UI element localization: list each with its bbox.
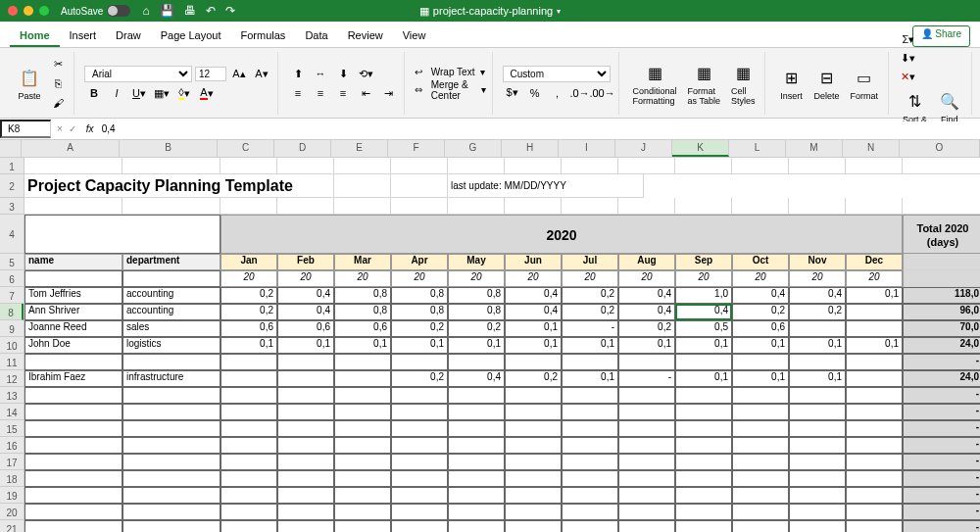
month-header-Jun[interactable]: Jun bbox=[505, 254, 562, 270]
data-11-2[interactable] bbox=[334, 354, 391, 370]
data-11-5[interactable] bbox=[505, 354, 562, 370]
cell-G3[interactable] bbox=[448, 198, 505, 215]
data-11-11[interactable] bbox=[846, 354, 903, 370]
delete-cells-button[interactable]: ⊟Delete bbox=[809, 64, 843, 103]
cell-styles-button[interactable]: ▦Cell Styles bbox=[727, 59, 760, 108]
month-header-Sep[interactable]: Sep bbox=[675, 254, 732, 270]
dept-15[interactable] bbox=[122, 420, 220, 437]
row-total-12[interactable]: 24,0 bbox=[903, 370, 980, 387]
data-21-10[interactable] bbox=[789, 520, 846, 532]
format-cells-button[interactable]: ▭Format bbox=[846, 64, 882, 103]
zoom-icon[interactable] bbox=[39, 6, 49, 16]
data-7-3[interactable]: 0,8 bbox=[391, 287, 448, 304]
data-14-4[interactable] bbox=[448, 404, 505, 420]
data-15-7[interactable] bbox=[618, 420, 675, 437]
month-header-May[interactable]: May bbox=[448, 254, 505, 270]
cell-N1[interactable] bbox=[846, 158, 903, 174]
tab-data[interactable]: Data bbox=[295, 25, 337, 47]
data-18-9[interactable] bbox=[732, 470, 789, 487]
data-16-6[interactable] bbox=[562, 437, 618, 454]
row-header-10[interactable]: 10 bbox=[0, 337, 24, 354]
data-7-2[interactable]: 0,8 bbox=[334, 287, 391, 304]
row-header-3[interactable]: 3 bbox=[0, 198, 24, 215]
merge-center-button[interactable]: ⇔ Merge & Center ▾ bbox=[415, 79, 486, 101]
days-0[interactable]: 20 bbox=[220, 270, 277, 287]
month-header-Dec[interactable]: Dec bbox=[846, 254, 903, 270]
column-header-D[interactable]: D bbox=[274, 140, 331, 157]
data-16-3[interactable] bbox=[391, 437, 448, 454]
data-8-7[interactable]: 0,4 bbox=[618, 304, 675, 320]
name-13[interactable] bbox=[24, 387, 122, 404]
data-18-6[interactable] bbox=[562, 470, 618, 487]
currency-button[interactable]: $▾ bbox=[503, 84, 522, 102]
data-14-2[interactable] bbox=[334, 404, 391, 420]
data-17-9[interactable] bbox=[732, 454, 789, 470]
data-12-0[interactable] bbox=[220, 370, 277, 387]
row-total-7[interactable]: 118,0 bbox=[903, 287, 980, 304]
data-15-8[interactable] bbox=[675, 420, 732, 437]
data-18-1[interactable] bbox=[277, 470, 334, 487]
data-21-7[interactable] bbox=[618, 520, 675, 532]
increase-decimal-button[interactable]: .0→ bbox=[570, 84, 590, 102]
align-top-button[interactable]: ⬆ bbox=[288, 65, 308, 82]
data-18-5[interactable] bbox=[505, 470, 562, 487]
data-10-2[interactable]: 0,1 bbox=[334, 337, 391, 354]
cell-O1[interactable] bbox=[903, 158, 980, 174]
data-9-2[interactable]: 0,6 bbox=[334, 320, 391, 337]
data-21-8[interactable] bbox=[675, 520, 732, 532]
cell-C3[interactable] bbox=[220, 198, 277, 215]
data-7-4[interactable]: 0,8 bbox=[448, 287, 505, 304]
data-9-6[interactable]: - bbox=[562, 320, 618, 337]
row-total-16[interactable]: - bbox=[903, 437, 980, 454]
data-12-1[interactable] bbox=[277, 370, 334, 387]
increase-font-button[interactable]: A▴ bbox=[229, 65, 249, 82]
data-9-5[interactable]: 0,1 bbox=[505, 320, 562, 337]
tab-formulas[interactable]: Formulas bbox=[231, 25, 296, 47]
data-8-10[interactable]: 0,2 bbox=[789, 304, 846, 320]
days-4[interactable]: 20 bbox=[448, 270, 505, 287]
cancel-icon[interactable]: × bbox=[57, 123, 63, 134]
data-15-11[interactable] bbox=[846, 420, 903, 437]
data-18-4[interactable] bbox=[448, 470, 505, 487]
data-14-8[interactable] bbox=[675, 404, 732, 420]
data-9-9[interactable]: 0,6 bbox=[732, 320, 789, 337]
data-13-0[interactable] bbox=[220, 387, 277, 404]
data-10-1[interactable]: 0,1 bbox=[277, 337, 334, 354]
cell-O3[interactable] bbox=[903, 198, 980, 215]
data-20-4[interactable] bbox=[448, 504, 505, 520]
cell-F3[interactable] bbox=[391, 198, 448, 215]
data-10-6[interactable]: 0,1 bbox=[562, 337, 618, 354]
data-16-8[interactable] bbox=[675, 437, 732, 454]
data-17-8[interactable] bbox=[675, 454, 732, 470]
data-15-0[interactable] bbox=[220, 420, 277, 437]
decrease-decimal-button[interactable]: .00→ bbox=[593, 84, 612, 102]
data-13-5[interactable] bbox=[505, 387, 562, 404]
cell-I3[interactable] bbox=[562, 198, 618, 215]
data-14-3[interactable] bbox=[391, 404, 448, 420]
sheet-title[interactable]: Project Capacity Planning Template bbox=[24, 174, 334, 198]
name-header[interactable]: name bbox=[24, 254, 122, 270]
column-header-N[interactable]: N bbox=[843, 140, 900, 157]
data-20-0[interactable] bbox=[220, 504, 277, 520]
dept-20[interactable] bbox=[122, 504, 220, 520]
data-9-10[interactable] bbox=[789, 320, 846, 337]
data-18-11[interactable] bbox=[846, 470, 903, 487]
data-21-4[interactable] bbox=[448, 520, 505, 532]
cell-M1[interactable] bbox=[789, 158, 846, 174]
data-9-0[interactable]: 0,6 bbox=[220, 320, 277, 337]
column-header-L[interactable]: L bbox=[729, 140, 786, 157]
data-17-5[interactable] bbox=[505, 454, 562, 470]
days-11[interactable]: 20 bbox=[846, 270, 903, 287]
name-19[interactable] bbox=[24, 487, 122, 504]
row-header-14[interactable]: 14 bbox=[0, 404, 24, 420]
data-7-8[interactable]: 1,0 bbox=[675, 287, 732, 304]
cell-N3[interactable] bbox=[846, 198, 903, 215]
dept-13[interactable] bbox=[122, 387, 220, 404]
data-11-6[interactable] bbox=[562, 354, 618, 370]
data-17-1[interactable] bbox=[277, 454, 334, 470]
cell[interactable] bbox=[391, 174, 448, 198]
year-header[interactable]: 2020 bbox=[220, 215, 903, 254]
data-16-10[interactable] bbox=[789, 437, 846, 454]
data-7-6[interactable]: 0,2 bbox=[562, 287, 618, 304]
dept-10[interactable]: logistics bbox=[122, 337, 220, 354]
